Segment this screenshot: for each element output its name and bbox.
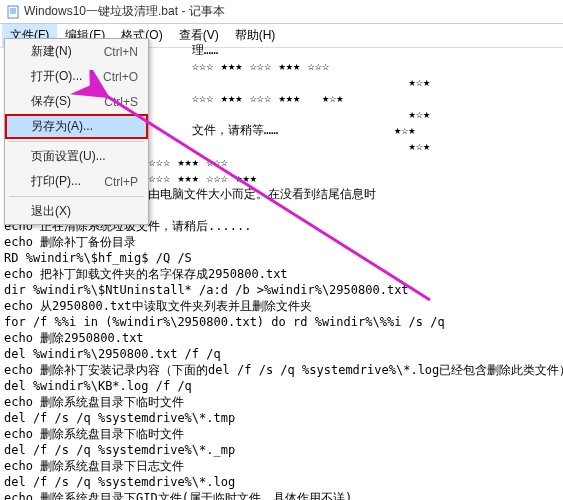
menu-item-label: 另存为(A)...: [31, 118, 93, 135]
menu-item-saveas[interactable]: 另存为(A)...: [5, 114, 148, 139]
window-title: Windows10一键垃圾清理.bat - 记事本: [24, 3, 225, 20]
notepad-icon: [6, 5, 20, 19]
menu-item-print[interactable]: 打印(P)... Ctrl+P: [5, 169, 148, 194]
menu-item-label: 打印(P)...: [31, 173, 81, 190]
menu-item-label: 打开(O)...: [31, 68, 82, 85]
menu-item-exit[interactable]: 退出(X): [5, 199, 148, 224]
menu-item-label: 退出(X): [31, 203, 71, 220]
menu-item-shortcut: Ctrl+S: [104, 95, 138, 109]
window-titlebar: Windows10一键垃圾清理.bat - 记事本: [0, 0, 563, 24]
menu-separator: [9, 196, 144, 197]
menu-item-shortcut: Ctrl+P: [104, 175, 138, 189]
menu-item-new[interactable]: 新建(N) Ctrl+N: [5, 39, 148, 64]
menu-item-shortcut: Ctrl+O: [103, 70, 138, 84]
menu-item-page-setup[interactable]: 页面设置(U)...: [5, 144, 148, 169]
menu-separator: [9, 141, 144, 142]
menu-item-save[interactable]: 保存(S) Ctrl+S: [5, 89, 148, 114]
menu-item-label: 页面设置(U)...: [31, 148, 106, 165]
menu-item-label: 新建(N): [31, 43, 72, 60]
svg-rect-0: [8, 6, 18, 18]
menu-item-open[interactable]: 打开(O)... Ctrl+O: [5, 64, 148, 89]
file-dropdown: 新建(N) Ctrl+N 打开(O)... Ctrl+O 保存(S) Ctrl+…: [4, 38, 149, 225]
menu-item-label: 保存(S): [31, 93, 71, 110]
menu-item-shortcut: Ctrl+N: [104, 45, 138, 59]
